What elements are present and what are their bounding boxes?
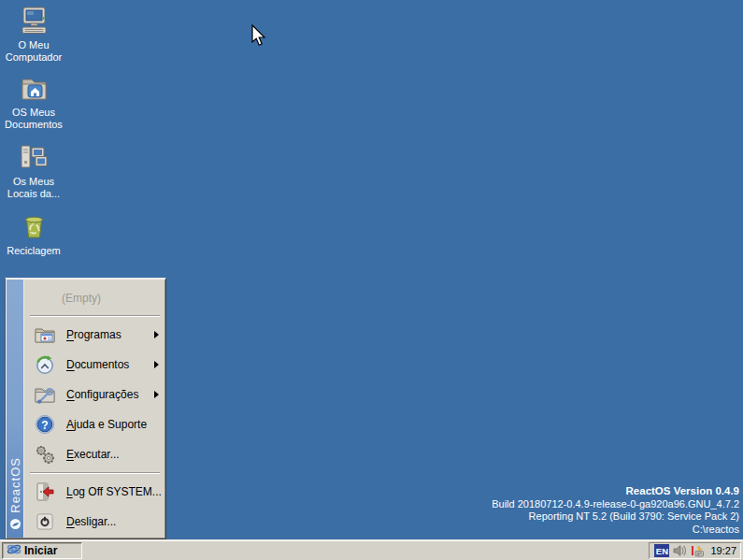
- reactos-logo-icon: [9, 517, 21, 534]
- start-menu-item-desligar[interactable]: Desligar...: [25, 507, 164, 537]
- start-menu-item-ajuda[interactable]: ? Ajuda e Suporte: [25, 409, 164, 439]
- svg-text:?: ?: [41, 419, 48, 432]
- mouse-cursor: [250, 24, 267, 49]
- version-info: ReactOS Version 0.4.9 Build 20180712-0.4…: [492, 485, 739, 536]
- hardware-tray-icon[interactable]: [690, 543, 705, 558]
- menu-item-label: Executar...: [66, 448, 120, 461]
- menu-item-label: Ajuda e Suporte: [66, 418, 147, 431]
- start-menu-item-logoff[interactable]: Log Off SYSTEM...: [25, 477, 164, 507]
- start-menu: ReactOS (Empty): [5, 278, 166, 539]
- desktop-icon-network-places[interactable]: Os Meus Locais da...: [0, 142, 67, 200]
- volume-icon[interactable]: [672, 543, 687, 558]
- menu-item-label: Programas: [66, 328, 121, 341]
- desktop-icon-label: Os Meus Locais da...: [0, 176, 67, 200]
- shut-down-icon: [34, 510, 56, 533]
- settings-folder-icon: [34, 383, 56, 406]
- start-menu-item-executar[interactable]: Executar...: [25, 439, 164, 469]
- clock: 19:27: [710, 545, 736, 556]
- network-places-icon: [0, 142, 67, 173]
- run-gears-icon: [34, 443, 56, 466]
- version-title: ReactOS Version 0.4.9: [492, 485, 739, 498]
- start-menu-item-documentos[interactable]: Documentos: [25, 350, 164, 380]
- my-computer-icon: [0, 6, 67, 36]
- submenu-arrow-icon: [154, 331, 159, 338]
- start-menu-sidebar: ReactOS: [7, 280, 24, 538]
- version-build: Build 20180712-0.4.9-release-0-ga920a96.…: [492, 498, 739, 511]
- system-tray: EN 19:27: [649, 542, 741, 559]
- desktop-icon-label: Reciclagem: [0, 245, 67, 257]
- version-reporting: Reporting NT 5.2 (Build 3790: Service Pa…: [492, 510, 739, 524]
- start-menu-item-empty: (Empty): [25, 284, 164, 312]
- start-button[interactable]: Iniciar: [2, 542, 82, 559]
- menu-item-label: Desligar...: [66, 515, 116, 528]
- desktop: O Meu Computador OS Meus Documentos: [0, 0, 743, 560]
- desktop-icon-my-computer[interactable]: O Meu Computador: [0, 6, 67, 64]
- menu-item-label: Log Off SYSTEM...: [66, 485, 162, 498]
- my-documents-icon: [0, 73, 67, 104]
- menu-item-label: Documentos: [66, 358, 129, 371]
- recycle-bin-icon: [0, 211, 67, 242]
- language-indicator[interactable]: EN: [654, 544, 669, 557]
- desktop-icon-label: OS Meus Documentos: [0, 107, 67, 131]
- menu-separator: [30, 315, 160, 317]
- desktop-icon-my-documents[interactable]: OS Meus Documentos: [0, 73, 67, 131]
- log-off-icon: [34, 481, 56, 503]
- start-menu-body: (Empty) Programas: [25, 280, 164, 538]
- help-icon: ?: [34, 413, 56, 436]
- version-path: C:\reactos: [492, 524, 739, 537]
- desktop-icon-recycle-bin[interactable]: Reciclagem: [0, 211, 67, 257]
- programs-folder-icon: [34, 323, 56, 346]
- empty-item-label: (Empty): [62, 292, 101, 305]
- recent-documents-icon: [34, 353, 56, 376]
- menu-item-label: Configurações: [66, 388, 138, 401]
- start-menu-item-programas[interactable]: Programas: [25, 320, 164, 350]
- submenu-arrow-icon: [154, 361, 159, 368]
- reactos-start-logo-icon: [7, 542, 21, 559]
- submenu-arrow-icon: [154, 391, 159, 398]
- desktop-icon-label: O Meu Computador: [0, 39, 67, 64]
- menu-separator: [30, 472, 160, 474]
- start-menu-item-configuracoes[interactable]: Configurações: [25, 380, 164, 409]
- taskbar: Iniciar EN 19:27: [0, 539, 743, 560]
- sidebar-brand-text: ReactOS: [8, 457, 22, 513]
- start-button-label: Iniciar: [24, 544, 57, 557]
